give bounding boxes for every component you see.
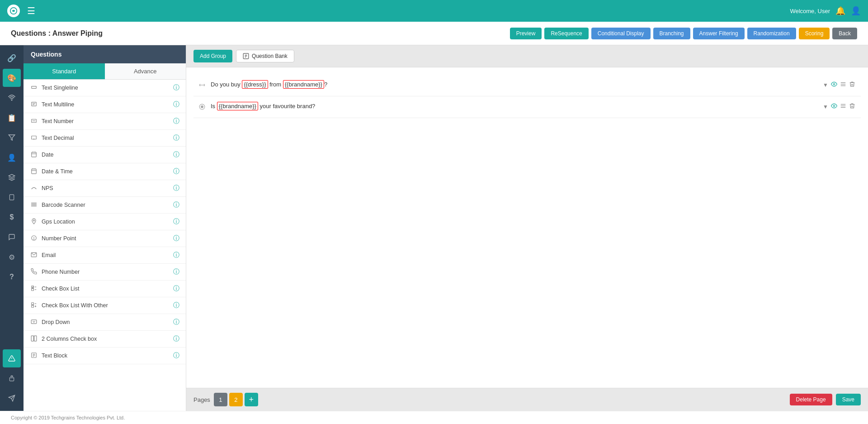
q1-text: Do you buy {{dress}} from {{brandname}}? [211,81,817,88]
question-type-date[interactable]: Date ⓘ [24,147,186,163]
q-type-info-nps[interactable]: ⓘ [173,184,179,192]
sidebar-item-filter[interactable] [3,129,21,147]
notification-icon[interactable]: 🔔 [835,6,845,16]
q1-menu-icon[interactable] [840,81,846,89]
question-type-text-multiline[interactable]: Text Multiline ⓘ [24,96,186,113]
q-type-left-gps-location: Gps Location [30,218,75,226]
q2-delete-icon[interactable] [849,103,855,110]
q-type-info-text-decimal[interactable]: ⓘ [173,134,179,142]
preview-button[interactable]: Preview [510,28,542,39]
q-type-label-gps-location: Gps Location [42,219,75,225]
q1-delete-icon[interactable] [849,81,855,89]
pages-left: Pages 1 2 + [193,393,258,406]
add-page-button[interactable]: + [245,393,258,406]
q-type-info-date-time[interactable]: ⓘ [173,167,179,176]
q-type-info-barcode-scanner[interactable]: ⓘ [173,201,179,209]
icon-sidebar: 🔗 🎨 📋 👤 $ ⚙ ? [0,45,24,411]
q-type-icon-text-singleline [30,84,38,92]
q-type-left-date-time: Date & Time [30,168,73,176]
app-logo[interactable] [7,5,20,17]
question-type-drop-down[interactable]: Drop Down ⓘ [24,314,186,331]
question-type-phone-number[interactable]: Phone Number ⓘ [24,264,186,281]
answer-filtering-button[interactable]: Answer Filtering [693,28,745,39]
q1-chevron-icon[interactable]: ▼ [823,82,828,88]
page-2-button[interactable]: 2 [229,393,243,406]
q-type-info-phone-number[interactable]: ⓘ [173,268,179,276]
sidebar-item-palette[interactable]: 🎨 [3,69,21,87]
question-type-text-block[interactable]: Text Block ⓘ [24,348,186,364]
q-type-info-check-box-list[interactable]: ⓘ [173,285,179,293]
q-type-info-number-point[interactable]: ⓘ [173,234,179,243]
q-type-left-nps: NPS [30,185,53,192]
randomization-button[interactable]: Randomization [747,28,796,39]
secondary-toolbar: Questions : Answer Piping Preview ReSequ… [0,22,868,45]
q-type-info-check-box-list-other[interactable]: ⓘ [173,301,179,310]
q-type-info-text-block[interactable]: ⓘ [173,352,179,360]
page-1-button[interactable]: 1 [214,393,227,406]
question-type-number-point[interactable]: Number Point ⓘ [24,230,186,247]
save-button[interactable]: Save [836,394,861,405]
tab-advance[interactable]: Advance [105,63,186,79]
q2-chevron-icon[interactable]: ▼ [823,104,828,110]
svg-point-31 [33,219,35,221]
q-type-info-gps-location[interactable]: ⓘ [173,218,179,226]
sidebar-item-tablet[interactable] [3,188,21,206]
question-type-nps[interactable]: NPS ⓘ [24,180,186,197]
conditional-display-button[interactable]: Conditional Display [591,28,651,39]
q-type-info-text-multiline[interactable]: ⓘ [173,100,179,109]
question-type-gps-location[interactable]: Gps Location ⓘ [24,214,186,230]
sidebar-item-alert[interactable] [3,349,21,367]
q1-text-after: ? [324,81,327,88]
delete-page-button[interactable]: Delete Page [790,394,832,405]
question-type-text-number[interactable]: Text Number ⓘ [24,113,186,130]
main-layout: 🔗 🎨 📋 👤 $ ⚙ ? [0,45,868,411]
back-button[interactable]: Back [832,28,857,39]
topbar: ☰ Welcome, User 🔔 👤 [0,0,868,22]
content-area: Add Group Question Bank Do you buy {{dre… [186,45,868,411]
topbar-left: ☰ [7,5,35,17]
question-type-text-singleline[interactable]: Text Singleline ⓘ [24,80,186,96]
svg-point-34 [33,238,34,239]
svg-point-17 [33,138,34,139]
q-type-info-text-singleline[interactable]: ⓘ [173,84,179,92]
q-type-label-check-box-list: Check Box List [42,286,79,292]
q1-eye-icon[interactable] [831,81,837,89]
question-type-barcode-scanner[interactable]: Barcode Scanner ⓘ [24,197,186,214]
sidebar-item-link[interactable]: 🔗 [3,49,21,67]
sidebar-item-send[interactable] [3,389,21,407]
q-type-info-email[interactable]: ⓘ [173,251,179,259]
question-type-date-time[interactable]: Date & Time ⓘ [24,163,186,180]
question-type-2-columns-check-box[interactable]: 2 Columns Check box ⓘ [24,331,186,348]
question-type-email[interactable]: Email ⓘ [24,247,186,264]
scoring-button[interactable]: Scoring [799,28,830,39]
q-type-icon-text-decimal [30,134,38,142]
q-type-info-date[interactable]: ⓘ [173,151,179,159]
sidebar-item-apple[interactable] [3,369,21,387]
user-icon[interactable]: 👤 [851,6,861,16]
question-bank-button[interactable]: Question Bank [236,50,294,62]
q-type-info-2-columns-check-box[interactable]: ⓘ [173,335,179,343]
sidebar-item-user[interactable]: 👤 [3,148,21,167]
question-type-check-box-list[interactable]: Check Box List ⓘ [24,281,186,297]
q-type-info-text-number[interactable]: ⓘ [173,117,179,125]
sidebar-item-book[interactable]: 📋 [3,109,21,127]
sidebar-item-dollar[interactable]: $ [3,208,21,226]
hamburger-menu[interactable]: ☰ [27,5,35,16]
sidebar-item-wifi[interactable] [3,89,21,107]
branching-button[interactable]: Branching [653,28,690,39]
q-type-icon-drop-down [30,319,38,326]
q-type-label-check-box-list-other: Check Box List With Other [42,302,108,309]
sidebar-item-question[interactable]: ? [3,268,21,286]
q-type-info-drop-down[interactable]: ⓘ [173,318,179,326]
sidebar-item-gear[interactable]: ⚙ [3,248,21,266]
q2-menu-icon[interactable] [840,103,846,110]
tab-standard[interactable]: Standard [24,63,105,79]
resequence-button[interactable]: ReSequence [544,28,588,39]
q2-eye-icon[interactable] [831,103,837,110]
sidebar-item-layers[interactable] [3,168,21,186]
question-type-text-decimal[interactable]: Text Decimal ⓘ [24,130,186,147]
q-type-left-text-block: Text Block [30,352,67,360]
sidebar-item-chat[interactable] [3,228,21,246]
question-type-check-box-list-other[interactable]: Check Box List With Other ⓘ [24,297,186,314]
add-group-button[interactable]: Add Group [193,50,232,62]
